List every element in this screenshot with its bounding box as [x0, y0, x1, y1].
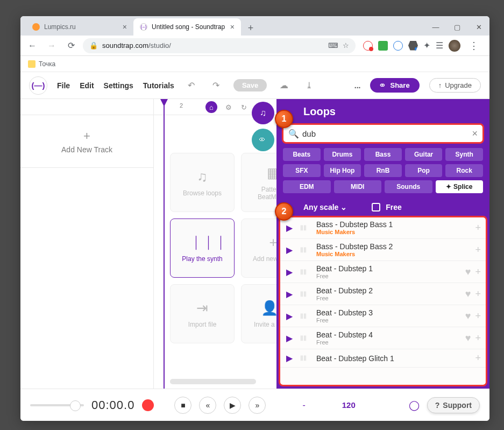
- ext-icon[interactable]: [378, 41, 388, 51]
- support-button[interactable]: ? Support: [427, 397, 480, 413]
- loop-result-row[interactable]: ▶⦀⦀Beat - Dubstep Glitch 1+: [280, 349, 486, 368]
- browser-tab-1[interactable]: (–) Untitled song - Soundtrap ×: [133, 18, 241, 36]
- record-button[interactable]: [142, 399, 154, 411]
- new-tab-button[interactable]: +: [243, 20, 258, 36]
- play-icon[interactable]: ▶: [284, 289, 295, 299]
- loops-fab[interactable]: ♫: [252, 102, 274, 124]
- filter-free-checkbox[interactable]: [372, 203, 380, 212]
- loops-tag[interactable]: Bass: [364, 148, 402, 161]
- browser-menu-icon[interactable]: ⋮: [466, 40, 482, 52]
- volume-slider[interactable]: [30, 404, 84, 406]
- forward-button[interactable]: »: [249, 397, 266, 414]
- translate-icon[interactable]: ⌨: [328, 41, 338, 50]
- loops-tag[interactable]: Hip Hop: [324, 164, 361, 177]
- loops-tag[interactable]: Pop: [405, 164, 443, 177]
- stop-button[interactable]: ■: [174, 397, 191, 414]
- play-icon[interactable]: ▶: [284, 311, 295, 321]
- play-icon[interactable]: ▶: [284, 223, 295, 233]
- loops-tag[interactable]: Rock: [445, 164, 483, 177]
- loop-icon[interactable]: ↻: [238, 101, 250, 113]
- add-loop-icon[interactable]: +: [475, 266, 481, 278]
- reading-list-icon[interactable]: ☰: [436, 40, 443, 51]
- key-display[interactable]: -: [302, 400, 305, 410]
- bookmark-star-icon[interactable]: ☆: [343, 41, 349, 50]
- loops-tag[interactable]: EDM: [283, 180, 331, 193]
- loop-result-row[interactable]: ▶⦀⦀Bass - Dubstep Bass 1Music Makers+: [280, 217, 486, 239]
- settings-gear-icon[interactable]: ⚙: [223, 101, 235, 113]
- loops-tag[interactable]: Drums: [324, 148, 361, 161]
- redo-icon[interactable]: ↷: [209, 78, 224, 93]
- action-card[interactable]: ⇥Import file: [170, 284, 235, 343]
- loops-tag[interactable]: Guitar: [405, 148, 443, 161]
- clear-search-icon[interactable]: ×: [472, 128, 478, 139]
- loop-result-row[interactable]: ▶⦀⦀Beat - Dubstep 2Free♥+: [280, 283, 486, 305]
- playhead[interactable]: [164, 99, 165, 389]
- more-menu[interactable]: ...: [354, 81, 361, 90]
- add-loop-icon[interactable]: +: [475, 288, 481, 300]
- play-icon[interactable]: ▶: [284, 333, 295, 343]
- loop-result-row[interactable]: ▶⦀⦀Beat - Dubstep 1Free♥+: [280, 261, 486, 283]
- heart-icon[interactable]: ♥: [465, 333, 471, 344]
- loops-search-input[interactable]: [302, 129, 472, 138]
- menu-tutorials[interactable]: Tutorials: [143, 81, 174, 90]
- rewind-button[interactable]: «: [199, 397, 216, 414]
- loop-result-row[interactable]: ▶⦀⦀Beat - Dubstep 4Free♥+: [280, 327, 486, 349]
- play-icon[interactable]: ▶: [284, 267, 295, 277]
- cloud-icon[interactable]: ☁: [276, 78, 292, 93]
- heart-icon[interactable]: ♥: [465, 311, 471, 322]
- bookmarks-bar: Точка: [20, 56, 489, 72]
- action-card[interactable]: ⎹⎹⎹Play the synth: [170, 218, 235, 278]
- loops-tag[interactable]: MIDI: [334, 180, 382, 193]
- ext-icon[interactable]: [363, 41, 373, 51]
- bookmark-item[interactable]: Точка: [39, 60, 55, 68]
- collab-fab[interactable]: ᯣ: [252, 129, 274, 151]
- play-icon[interactable]: ▶: [284, 245, 295, 255]
- window-close-icon[interactable]: ✕: [468, 18, 489, 36]
- filter-scale[interactable]: Any scale ⌄: [303, 203, 347, 212]
- add-loop-icon[interactable]: +: [475, 244, 481, 256]
- loops-tag[interactable]: RnB: [364, 164, 402, 177]
- loops-tag[interactable]: ✦Splice: [436, 180, 484, 193]
- loop-result-row[interactable]: ▶⦀⦀Beat - Dubstep 3Free♥+: [280, 305, 486, 327]
- add-loop-icon[interactable]: +: [475, 333, 481, 344]
- heart-icon[interactable]: ♥: [465, 288, 471, 300]
- app-logo[interactable]: (—): [29, 76, 47, 95]
- loops-tag[interactable]: Sounds: [385, 180, 432, 193]
- undo-icon[interactable]: ↶: [184, 78, 199, 93]
- add-loop-icon[interactable]: +: [475, 353, 481, 364]
- menu-file[interactable]: File: [57, 81, 70, 90]
- upgrade-button[interactable]: ↑ Upgrade: [429, 78, 481, 93]
- action-card[interactable]: ♫Browse loops: [170, 153, 235, 212]
- nav-back-icon[interactable]: ←: [25, 38, 40, 53]
- metronome-icon[interactable]: ⌂: [205, 101, 217, 113]
- add-loop-icon[interactable]: +: [475, 222, 481, 234]
- loop-result-row[interactable]: ▶⦀⦀Bass - Dubstep Bass 2Music Makers+: [280, 239, 486, 261]
- mixer-icon[interactable]: ◯: [409, 399, 420, 411]
- share-button[interactable]: ᯣ Share: [370, 78, 419, 93]
- url-field[interactable]: 🔒 soundtrap.com/studio/ ⌨ ☆: [83, 38, 356, 53]
- window-minimize-icon[interactable]: —: [425, 18, 446, 36]
- tab-close-icon[interactable]: ×: [123, 23, 127, 31]
- nav-forward-icon[interactable]: →: [44, 38, 59, 53]
- loops-tag[interactable]: Beats: [283, 148, 321, 161]
- browser-tab-0[interactable]: Lumpics.ru ×: [26, 18, 133, 36]
- ext-icon[interactable]: [393, 41, 403, 51]
- play-icon[interactable]: ▶: [284, 353, 295, 363]
- profile-avatar[interactable]: [449, 40, 460, 52]
- nav-reload-icon[interactable]: ⟳: [63, 38, 79, 53]
- bpm-display[interactable]: 120: [342, 400, 356, 410]
- loops-tag[interactable]: SFX: [283, 164, 321, 177]
- add-track-button[interactable]: + Add New Track: [20, 115, 153, 168]
- tab-close-icon[interactable]: ×: [230, 23, 235, 31]
- download-icon[interactable]: ⤓: [301, 78, 316, 93]
- add-loop-icon[interactable]: +: [475, 311, 481, 322]
- loops-tag[interactable]: Synth: [445, 148, 483, 161]
- window-maximize-icon[interactable]: ▢: [446, 18, 468, 36]
- menu-settings[interactable]: Settings: [104, 81, 133, 90]
- heart-icon[interactable]: ♥: [465, 266, 471, 278]
- extensions-icon[interactable]: ✦: [423, 40, 430, 51]
- ext-icon[interactable]: 1: [408, 41, 418, 51]
- play-button[interactable]: ▶: [224, 397, 241, 414]
- save-button[interactable]: Save: [233, 79, 267, 91]
- menu-edit[interactable]: Edit: [80, 81, 94, 90]
